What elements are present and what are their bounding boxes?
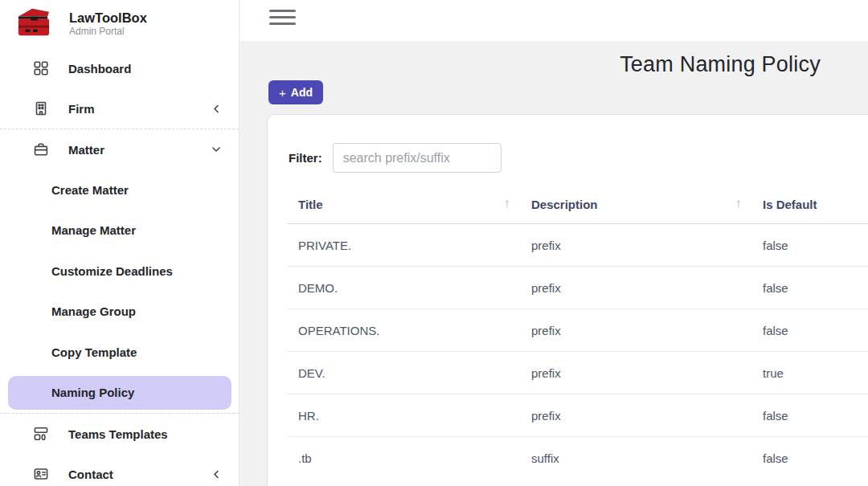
sidebar-subitem-label: Create Matter (51, 183, 129, 197)
table-body: PRIVATE.prefixfalseDEMO.prefixfalseOPERA… (287, 224, 868, 480)
sidebar: LawToolBox Admin Portal Dashboard (0, 0, 240, 486)
chevron-left-icon (212, 470, 221, 479)
table-row[interactable]: .tbsuffixfalse (287, 437, 868, 480)
chevron-down-icon (211, 145, 221, 154)
column-label: Title (298, 198, 323, 211)
row-description: prefix (520, 267, 751, 309)
row-is-default: true (751, 352, 868, 394)
naming-policy-table: Title ↑ Description ↑ Is (287, 184, 868, 479)
sidebar-subitem-naming-policy[interactable]: Naming Policy (0, 373, 239, 414)
sidebar-item-dashboard[interactable]: Dashboard (0, 48, 239, 88)
firm-building-icon (34, 101, 48, 116)
topbar (240, 0, 868, 41)
dashboard-grid-icon (34, 61, 48, 76)
sidebar-item-firm[interactable]: Firm (0, 88, 239, 129)
brand-subtitle: Admin Portal (69, 27, 147, 38)
filter-label: Filter: (289, 151, 322, 165)
column-label: Is Default (763, 198, 817, 211)
teams-templates-layout-icon (34, 427, 48, 441)
row-description: prefix (520, 352, 751, 394)
table-row[interactable]: DEV.prefixtrue (287, 352, 868, 394)
sidebar-item-matter[interactable]: Matter (0, 129, 239, 169)
column-header-title[interactable]: Title ↑ (287, 184, 520, 224)
sidebar-subitem-label: Copy Template (51, 345, 137, 359)
sidebar-subitem-label: Naming Policy (51, 386, 134, 399)
row-is-default: false (751, 224, 868, 267)
table-row[interactable]: DEMO.prefixfalse (287, 267, 868, 309)
column-label: Description (531, 198, 598, 211)
sort-ascending-icon[interactable]: ↑ (735, 196, 743, 212)
naming-policy-card: Filter: Title ↑ Descrip (267, 114, 868, 486)
filter-input[interactable] (333, 143, 502, 173)
row-title: OPERATIONS. (287, 309, 520, 352)
add-button-label: Add (291, 87, 313, 98)
table-row[interactable]: PRIVATE.prefixfalse (287, 224, 868, 267)
sidebar-item-label: Teams Templates (68, 427, 168, 441)
sidebar-item-label: Matter (68, 143, 104, 157)
sidebar-item-contact[interactable]: Contact (0, 454, 239, 486)
table-header-row: Title ↑ Description ↑ Is (287, 184, 868, 224)
column-header-description[interactable]: Description ↑ (520, 184, 751, 224)
sidebar-item-label: Contact (68, 468, 113, 481)
row-title: PRIVATE. (287, 224, 520, 267)
sidebar-item-teams-templates[interactable]: Teams Templates (0, 414, 239, 454)
add-button[interactable]: + Add (268, 80, 323, 104)
toolbox-logo-icon (16, 6, 51, 42)
sidebar-subitem-copy-template[interactable]: Copy Template (0, 332, 239, 373)
row-title: HR. (287, 394, 520, 437)
row-title: .tb (287, 437, 520, 480)
sidebar-subitem-create-matter[interactable]: Create Matter (0, 169, 239, 210)
sidebar-item-label: Dashboard (68, 62, 131, 76)
row-description: prefix (520, 394, 751, 437)
sidebar-subitem-label: Manage Matter (51, 223, 136, 237)
row-title: DEMO. (287, 267, 520, 309)
table-row[interactable]: OPERATIONS.prefixfalse (287, 309, 868, 352)
brand: LawToolBox Admin Portal (0, 0, 239, 43)
sort-ascending-icon[interactable]: ↑ (504, 196, 511, 212)
sidebar-nav: Dashboard Firm (0, 48, 239, 486)
row-is-default: false (751, 267, 868, 309)
page-title: Team Naming Policy (267, 52, 868, 77)
sidebar-subitem-label: Manage Group (51, 304, 136, 318)
chevron-left-icon (212, 104, 221, 113)
contact-id-card-icon (34, 467, 48, 481)
table-row[interactable]: HR.prefixfalse (287, 394, 868, 437)
column-header-is-default[interactable]: Is Default (751, 184, 868, 224)
row-title: DEV. (287, 352, 520, 394)
brand-name: LawToolBox (69, 10, 147, 26)
main-content: Team Naming Policy + Add Filter: Title ↑ (240, 41, 868, 486)
matter-briefcase-icon (34, 142, 48, 157)
sidebar-subitem-label: Customize Deadlines (51, 264, 173, 278)
row-is-default: false (751, 309, 868, 352)
row-description: suffix (520, 437, 751, 480)
sidebar-item-label: Firm (68, 102, 95, 116)
hamburger-menu-icon[interactable] (269, 10, 296, 25)
filter-row: Filter: (289, 143, 502, 173)
row-is-default: false (751, 437, 868, 480)
sidebar-subitem-customize-deadlines[interactable]: Customize Deadlines (0, 251, 239, 292)
row-description: prefix (520, 224, 751, 267)
row-description: prefix (520, 309, 751, 352)
plus-icon: + (279, 87, 286, 99)
sidebar-subitem-manage-matter[interactable]: Manage Matter (0, 210, 239, 251)
row-is-default: false (751, 394, 868, 437)
sidebar-subitem-manage-group[interactable]: Manage Group (0, 292, 239, 333)
